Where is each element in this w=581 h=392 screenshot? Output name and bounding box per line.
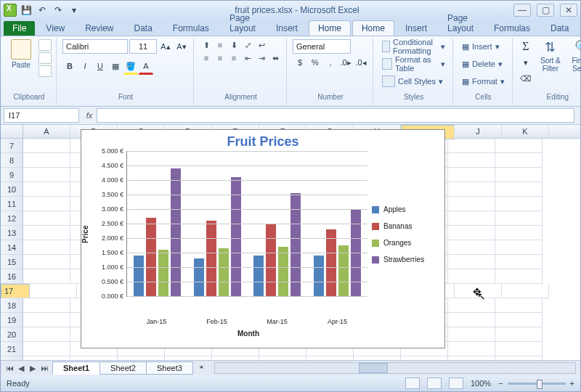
maximize-button[interactable]: ▢ — [537, 4, 554, 17]
cell[interactable] — [23, 269, 70, 284]
number-format-select[interactable]: General — [293, 39, 351, 54]
align-bottom-icon[interactable]: ⬇ — [227, 39, 240, 51]
cell[interactable] — [495, 240, 543, 255]
cell[interactable] — [23, 240, 70, 255]
ribbon-tab-home[interactable]: Home — [309, 20, 351, 36]
cell[interactable] — [448, 226, 495, 240]
format-as-table-button[interactable]: Format as Table ▾ — [379, 57, 448, 71]
file-tab[interactable]: File — [4, 21, 35, 36]
copy-icon[interactable] — [38, 52, 52, 64]
paste-button[interactable]: Paste — [7, 39, 36, 69]
row-header[interactable]: 14 — [1, 240, 23, 255]
save-icon[interactable]: 💾 — [20, 4, 33, 17]
cell[interactable] — [448, 342, 495, 356]
cell[interactable] — [259, 356, 306, 360]
sheet-nav-next-icon[interactable]: ▶ — [27, 364, 38, 373]
row-header[interactable]: 11 — [1, 197, 23, 211]
border-icon[interactable]: ▦ — [108, 59, 123, 73]
cell[interactable] — [30, 284, 77, 298]
align-middle-icon[interactable]: ≡ — [214, 39, 227, 51]
ribbon-tab-page-layout[interactable]: Page Layout — [438, 10, 483, 36]
wrap-text-icon[interactable]: ↩ — [255, 39, 268, 51]
horizontal-scrollbar[interactable] — [214, 362, 576, 374]
decrease-indent-icon[interactable]: ⇤ — [241, 52, 254, 64]
cell[interactable] — [306, 356, 354, 360]
align-top-icon[interactable]: ⬆ — [200, 39, 213, 51]
cell[interactable] — [495, 298, 543, 313]
font-size-select[interactable]: 11 — [129, 39, 157, 54]
cell[interactable] — [23, 139, 70, 153]
sheet-nav-last-icon[interactable]: ⏭ — [38, 364, 50, 373]
ribbon-tab-review[interactable]: Review — [76, 20, 123, 36]
cell[interactable] — [448, 313, 495, 327]
cell[interactable] — [23, 226, 70, 240]
cell[interactable] — [495, 269, 543, 284]
minimize-button[interactable]: — — [513, 4, 531, 17]
accounting-format-icon[interactable]: $ — [293, 55, 307, 70]
cell[interactable] — [448, 356, 495, 360]
row-header[interactable]: 15 — [1, 255, 23, 269]
row-header[interactable]: 18 — [1, 298, 23, 313]
row-header[interactable]: 20 — [1, 327, 23, 342]
zoom-out-icon[interactable]: − — [498, 379, 503, 388]
conditional-formatting-button[interactable]: Conditional Formatting ▾ — [379, 39, 448, 54]
italic-button[interactable]: I — [78, 59, 92, 73]
row-header[interactable]: 8 — [1, 153, 23, 168]
bold-button[interactable]: B — [62, 59, 77, 73]
delete-cells-button[interactable]: ▦ Delete ▾ — [459, 57, 505, 71]
format-cells-button[interactable]: ▦ Format ▾ — [459, 74, 508, 89]
cell[interactable] — [23, 153, 70, 168]
increase-decimal-icon[interactable]: .0▸ — [338, 55, 353, 70]
cell[interactable] — [23, 356, 70, 360]
ribbon-tab-data[interactable]: Data — [125, 20, 162, 36]
cell[interactable] — [23, 342, 70, 356]
cell[interactable] — [70, 356, 118, 360]
merge-center-icon[interactable]: ⬌ — [269, 52, 282, 64]
cell[interactable] — [495, 255, 543, 269]
sort-filter-button[interactable]: ⇅Sort & Filter — [536, 39, 565, 73]
qat-dropdown-icon[interactable]: ▾ — [68, 4, 81, 17]
cell[interactable] — [23, 182, 70, 197]
cell[interactable] — [495, 226, 543, 240]
clear-icon[interactable]: ⌫ — [519, 71, 533, 86]
row-header[interactable]: 22 — [1, 356, 23, 360]
sheet-tab[interactable]: Sheet3 — [146, 362, 193, 375]
ribbon-tab-view[interactable]: View — [36, 20, 74, 36]
autosum-icon[interactable]: Σ — [519, 39, 533, 54]
cell[interactable] — [495, 313, 543, 327]
cell[interactable] — [23, 255, 70, 269]
zoom-in-icon[interactable]: + — [570, 379, 574, 388]
ribbon-tab-insert[interactable]: Insert — [267, 20, 307, 36]
cell[interactable] — [354, 356, 401, 360]
font-color-icon[interactable]: A — [139, 59, 153, 75]
row-header[interactable]: 13 — [1, 226, 23, 240]
cell[interactable] — [495, 356, 543, 360]
increase-font-icon[interactable]: A▴ — [158, 39, 173, 54]
cell[interactable] — [495, 182, 543, 197]
cell[interactable] — [495, 342, 543, 356]
font-name-select[interactable]: Calibri — [62, 39, 128, 54]
cell[interactable] — [448, 327, 495, 342]
cell[interactable] — [118, 356, 165, 360]
row-header[interactable]: 9 — [1, 168, 23, 182]
zoom-level[interactable]: 100% — [471, 379, 491, 388]
close-button[interactable]: ✕ — [560, 4, 577, 17]
row-header[interactable]: 7 — [1, 139, 23, 153]
cell[interactable] — [23, 298, 70, 313]
ribbon-tab-data[interactable]: Data — [541, 20, 578, 36]
align-center-icon[interactable]: ≡ — [214, 52, 227, 64]
format-painter-icon[interactable] — [38, 65, 52, 77]
insert-cells-button[interactable]: ▦ Insert ▾ — [459, 39, 503, 54]
row-header[interactable]: 10 — [1, 182, 23, 197]
decrease-decimal-icon[interactable]: .0◂ — [354, 55, 368, 70]
fill-color-icon[interactable]: 🪣 — [123, 59, 138, 75]
orientation-icon[interactable]: ⤢ — [241, 39, 254, 51]
zoom-slider[interactable] — [508, 383, 566, 385]
cell[interactable] — [401, 356, 448, 360]
ribbon-tab-page-layout[interactable]: Page Layout — [220, 10, 265, 36]
cell[interactable] — [448, 269, 495, 284]
undo-icon[interactable]: ↶ — [36, 4, 49, 17]
cell[interactable] — [448, 153, 495, 168]
name-box[interactable]: I17 — [4, 108, 79, 123]
cell-styles-button[interactable]: Cell Styles ▾ — [379, 74, 446, 89]
